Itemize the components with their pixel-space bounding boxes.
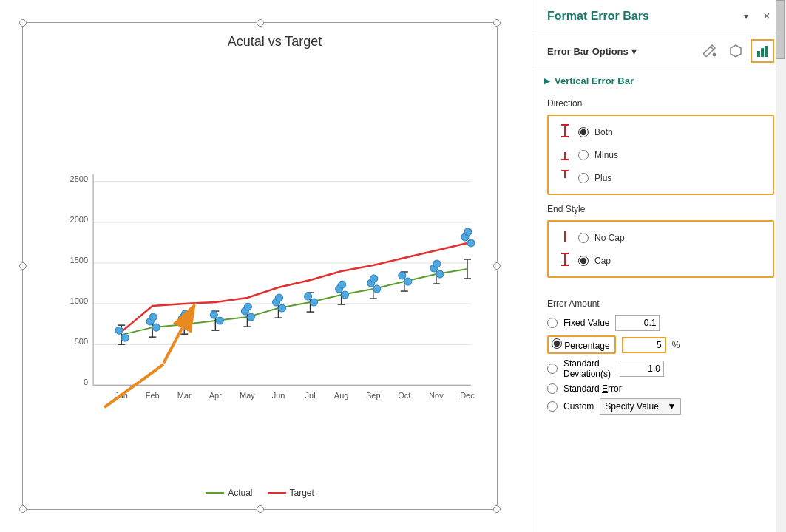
end-style-cap-radio[interactable] — [578, 256, 589, 266]
panel-header: Format Error Bars ▾ × — [535, 0, 786, 33]
close-button[interactable]: × — [759, 9, 774, 24]
legend-target-line — [268, 492, 286, 494]
std-dev-radio[interactable] — [547, 364, 558, 374]
specify-value-label: Specify Value — [605, 401, 659, 412]
end-style-no-cap-label: No Cap — [594, 233, 625, 243]
svg-point-90 — [433, 260, 441, 267]
error-amount-section: Error Amount Fixed Value Percentage % St… — [535, 293, 786, 425]
direction-label: Direction — [547, 98, 774, 109]
svg-line-96 — [104, 364, 163, 407]
fixed-value-row: Fixed Value — [547, 315, 774, 331]
std-error-radio[interactable] — [547, 383, 558, 394]
specify-value-button[interactable]: Specify Value ▼ — [600, 398, 681, 415]
both-icon — [558, 123, 572, 140]
minus-icon — [558, 146, 572, 163]
svg-text:1500: 1500 — [70, 256, 88, 265]
percentage-input[interactable] — [622, 337, 666, 353]
svg-point-63 — [121, 334, 129, 341]
std-dev-label: StandardDeviation(s) — [563, 358, 611, 379]
fixed-value-label: Fixed Value — [563, 318, 609, 328]
custom-row: Custom Specify Value ▼ — [547, 398, 774, 415]
direction-minus-label: Minus — [594, 150, 618, 160]
svg-text:Jul: Jul — [305, 391, 316, 400]
direction-minus[interactable]: Minus — [555, 143, 767, 166]
custom-radio[interactable] — [547, 401, 558, 412]
panel-scrollbar[interactable] — [776, 0, 786, 532]
direction-both[interactable]: Both — [555, 120, 767, 143]
svg-rect-99 — [757, 51, 760, 57]
svg-text:Dec: Dec — [460, 391, 475, 400]
format-error-bars-panel: Format Error Bars ▾ × Error Bar Options … — [535, 0, 786, 532]
svg-point-70 — [210, 311, 217, 318]
custom-label: Custom — [563, 401, 594, 412]
tab-icon-bar-chart[interactable] — [751, 39, 774, 63]
plus-icon — [558, 169, 572, 186]
chart-legend: Actual Target — [23, 488, 497, 498]
dropdown-icon[interactable]: ▾ — [739, 9, 753, 24]
svg-text:500: 500 — [75, 337, 88, 346]
std-dev-input[interactable] — [620, 361, 664, 377]
fixed-value-input[interactable] — [615, 315, 660, 331]
svg-point-66 — [149, 313, 157, 321]
svg-point-68 — [184, 321, 192, 328]
svg-point-81 — [342, 291, 349, 299]
scrollbar-thumb[interactable] — [776, 0, 785, 59]
svg-point-86 — [399, 272, 406, 279]
svg-point-93 — [464, 228, 472, 236]
percentage-radio[interactable] — [552, 338, 562, 349]
svg-point-87 — [404, 278, 412, 285]
end-style-label: End Style — [547, 204, 774, 214]
bar-chart-icon — [755, 44, 770, 58]
direction-minus-radio[interactable] — [578, 150, 589, 160]
percentage-label: Percentage — [564, 341, 609, 351]
svg-point-73 — [247, 313, 254, 321]
svg-text:Sep: Sep — [366, 391, 381, 400]
chart-title: Acutal vs Target — [67, 34, 482, 50]
section-collapse-icon[interactable]: ▶ — [544, 77, 550, 85]
chart-container: Acutal vs Target 0 500 1000 1500 2000 25… — [22, 22, 498, 510]
error-amount-label: Error Amount — [547, 299, 774, 309]
chart-inner: Acutal vs Target 0 500 1000 1500 2000 25… — [23, 23, 497, 509]
svg-text:Oct: Oct — [398, 391, 410, 400]
direction-both-label: Both — [594, 127, 613, 137]
svg-text:Jun: Jun — [272, 391, 285, 400]
svg-text:Nov: Nov — [429, 391, 444, 400]
end-style-no-cap-radio[interactable] — [578, 233, 589, 243]
svg-point-65 — [152, 324, 160, 331]
panel-header-icons: ▾ × — [739, 9, 774, 24]
direction-plus-radio[interactable] — [578, 173, 589, 183]
legend-actual-label: Actual — [228, 488, 252, 498]
chart-svg: 0 500 1000 1500 2000 2500 Jan Feb — [67, 57, 482, 491]
std-dev-row: StandardDeviation(s) — [547, 358, 774, 379]
svg-text:Mar: Mar — [177, 391, 192, 400]
svg-point-97 — [713, 53, 716, 57]
end-style-no-cap[interactable]: No Cap — [555, 226, 767, 249]
percentage-row: Percentage % — [547, 335, 774, 354]
legend-target-label: Target — [290, 488, 314, 498]
svg-text:May: May — [240, 391, 255, 400]
fixed-value-radio[interactable] — [547, 318, 558, 328]
svg-text:1000: 1000 — [70, 296, 88, 305]
tab-icon-paint[interactable] — [697, 39, 721, 63]
vertical-error-bar-header: ▶ Vertical Error Bar — [535, 69, 786, 92]
svg-point-62 — [115, 327, 123, 334]
svg-text:Feb: Feb — [146, 391, 160, 400]
legend-target: Target — [268, 488, 314, 498]
tab-icons — [697, 39, 774, 63]
svg-point-92 — [467, 239, 475, 247]
pct-symbol: % — [672, 340, 680, 350]
legend-actual-line — [206, 492, 224, 494]
svg-text:Apr: Apr — [209, 391, 222, 400]
svg-point-89 — [436, 270, 444, 278]
svg-point-78 — [305, 293, 312, 300]
svg-rect-100 — [761, 48, 764, 57]
svg-point-85 — [370, 275, 378, 282]
panel-content: ▶ Vertical Error Bar Direction — [535, 69, 786, 532]
std-error-row: Standard Error — [547, 383, 774, 394]
percentage-radio-group: Percentage — [547, 335, 616, 354]
specify-dropdown-icon: ▼ — [667, 401, 676, 412]
direction-both-radio[interactable] — [578, 127, 589, 137]
direction-plus[interactable]: Plus — [555, 166, 767, 189]
tab-icon-effect[interactable] — [724, 39, 748, 63]
end-style-cap[interactable]: Cap — [555, 249, 767, 272]
